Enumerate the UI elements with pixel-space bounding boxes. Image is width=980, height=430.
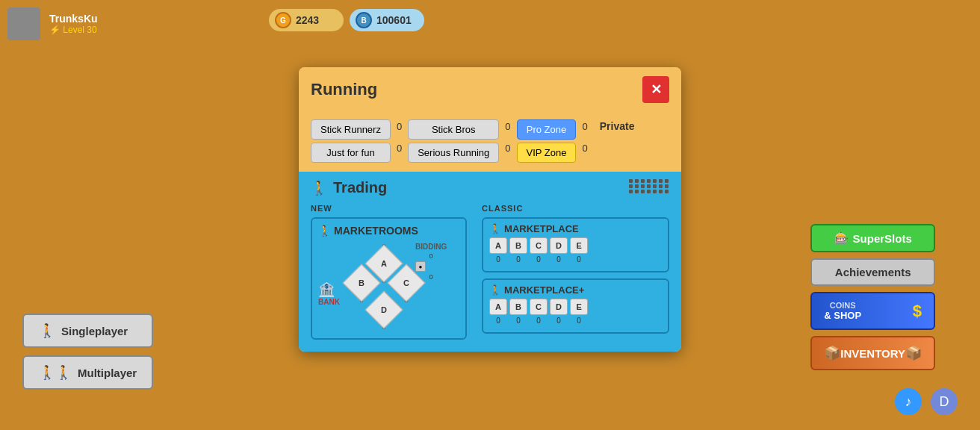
running-grid: Stick Runnerz Just for fun 0 0 Stick Bro…: [311, 119, 669, 163]
stick-runnerz-button[interactable]: Stick Runnerz: [311, 119, 391, 140]
multiplayer-icon: 🚶🚶: [39, 364, 72, 381]
marketplace-title: 🚶 MARKETPLACE: [489, 223, 662, 234]
slot-plus-a[interactable]: A: [489, 299, 507, 315]
inventory-button[interactable]: 📦 INVENTORY 📦: [810, 336, 935, 370]
slot-e[interactable]: E: [570, 237, 588, 254]
coin-amount: 2243: [296, 14, 319, 26]
coins-label: COINS: [824, 301, 861, 310]
slot-row-1: A B C D E: [489, 237, 662, 254]
just-for-fun-button[interactable]: Just for fun: [311, 143, 391, 163]
count-runnerz: 0: [397, 121, 402, 132]
pro-zone-button[interactable]: Pro Zone: [517, 119, 577, 140]
coins-shop-button[interactable]: COINS & SHOP $: [810, 292, 935, 330]
trading-content: NEW 🚶 MARKETROOMS 0 A 0: [299, 204, 681, 352]
slot-c[interactable]: C: [530, 237, 548, 254]
marketrooms-box[interactable]: 🚶 MARKETROOMS 0 A 0: [311, 217, 467, 340]
multiplayer-button[interactable]: 🚶🚶 Multiplayer: [22, 355, 153, 390]
inventory-icon-left: 📦: [824, 345, 840, 361]
bidding-wrapper: BIDDING 0 ● 0: [415, 243, 447, 281]
running-section: Stick Runnerz Just for fun 0 0 Stick Bro…: [299, 112, 681, 172]
currency-bar: G 2243 B 100601: [269, 9, 424, 31]
blue-amount: 100601: [376, 14, 412, 26]
bidding-label: BIDDING: [415, 243, 447, 251]
vip-zone-button[interactable]: VIP Zone: [517, 143, 577, 163]
slot-plus-b[interactable]: B: [509, 299, 527, 315]
running-col-left: Stick Runnerz Just for fun: [311, 119, 391, 163]
slot-b[interactable]: B: [509, 237, 527, 254]
classic-section: CLASSIC 🚶 MARKETPLACE A B C D E: [482, 204, 669, 340]
coin-icon: G: [275, 12, 291, 28]
slot-count-row-2: 0 0 0 0 0: [489, 317, 662, 325]
currency-coins: G 2243: [269, 9, 344, 31]
diamond-d-wrapper: D 0: [370, 296, 397, 331]
username: TrunksKu: [49, 13, 98, 25]
inventory-icon-right: 📦: [905, 345, 922, 361]
trading-icon: 🚶: [311, 180, 327, 196]
slot-count-c: 0: [530, 255, 548, 264]
shop-label: & SHOP: [824, 310, 861, 321]
private-section: Private: [594, 119, 635, 133]
singleplayer-button[interactable]: 🚶 Singleplayer: [22, 314, 153, 348]
slot-count-plus-c: 0: [530, 317, 548, 325]
currency-blue: B 100601: [350, 9, 424, 31]
achievements-button[interactable]: Achievements: [810, 258, 935, 286]
dollar-icon: $: [913, 302, 922, 321]
header: TrunksKu ⚡ Level 30: [7, 7, 98, 40]
classic-label: CLASSIC: [482, 204, 669, 213]
superslots-icon: 🎰: [834, 231, 849, 245]
marketplace-plus-title: 🚶 MARKETPLACE+: [489, 284, 662, 296]
discord-icon: D: [940, 394, 949, 410]
marketrooms-grid: 0 A 0 B 0: [318, 243, 453, 332]
avatar: [7, 7, 40, 40]
marketplace-box[interactable]: 🚶 MARKETPLACE A B C D E 0 0 0 0: [482, 217, 669, 272]
diamond-d[interactable]: D: [365, 291, 403, 329]
slot-plus-c[interactable]: C: [530, 299, 548, 315]
count-fun: 0: [397, 143, 402, 154]
marketrooms-title: 🚶 MARKETROOMS: [318, 225, 459, 237]
slot-count-plus-b: 0: [509, 317, 527, 325]
blue-coin-icon: B: [356, 12, 372, 28]
music-button[interactable]: ♪: [895, 388, 922, 415]
trading-title: Trading: [333, 179, 387, 196]
slot-count-plus-a: 0: [489, 317, 507, 325]
level-label: ⚡ Level 30: [49, 25, 98, 35]
modal-header: Running ✕: [299, 67, 681, 112]
count-pro: 0: [582, 121, 587, 132]
user-info: TrunksKu ⚡ Level 30: [49, 13, 98, 35]
sidebar-left: 🚶 Singleplayer 🚶🚶 Multiplayer: [22, 314, 153, 390]
sidebar-right: 🎰 SuperSlots Achievements COINS & SHOP $…: [810, 224, 935, 370]
count-col-zones: 0 0: [582, 119, 587, 154]
bottom-icons: ♪ D: [895, 388, 958, 415]
count-col-mid: 0 0: [505, 119, 510, 154]
new-section: NEW 🚶 MARKETROOMS 0 A 0: [311, 204, 467, 340]
grid-icon: [629, 179, 669, 193]
slot-count-d: 0: [550, 255, 568, 264]
superslots-button[interactable]: 🎰 SuperSlots: [810, 224, 935, 252]
close-button[interactable]: ✕: [642, 76, 669, 103]
trading-section: 🚶 Trading NEW 🚶 MARKETROOMS: [299, 172, 681, 352]
slot-count-e: 0: [570, 255, 588, 264]
slot-row-2: A B C D E: [489, 299, 662, 315]
slot-count-a: 0: [489, 255, 507, 264]
bank-wrapper: 🏦 BANK: [318, 281, 340, 306]
count-col-left: 0 0: [397, 119, 402, 154]
running-col-mid: Stick Bros Serious Running: [408, 119, 499, 163]
slot-a[interactable]: A: [489, 237, 507, 254]
slot-count-plus-d: 0: [550, 317, 568, 325]
count-serious: 0: [505, 143, 510, 154]
trading-header: 🚶 Trading: [299, 172, 681, 204]
serious-running-button[interactable]: Serious Running: [408, 143, 499, 163]
slot-d[interactable]: D: [550, 237, 568, 254]
new-label: NEW: [311, 204, 467, 213]
running-modal: Running ✕ Stick Runnerz Just for fun 0 0…: [299, 67, 681, 352]
slot-plus-e[interactable]: E: [570, 299, 588, 315]
modal-title: Running: [311, 80, 377, 99]
stick-bros-button[interactable]: Stick Bros: [408, 119, 499, 140]
count-bros: 0: [505, 121, 510, 132]
singleplayer-icon: 🚶: [39, 322, 55, 339]
slot-count-b: 0: [509, 255, 527, 264]
marketplace-plus-box[interactable]: 🚶 MARKETPLACE+ A B C D E 0 0 0 0: [482, 278, 669, 334]
music-icon: ♪: [905, 394, 912, 410]
slot-plus-d[interactable]: D: [550, 299, 568, 315]
discord-button[interactable]: D: [931, 388, 958, 415]
